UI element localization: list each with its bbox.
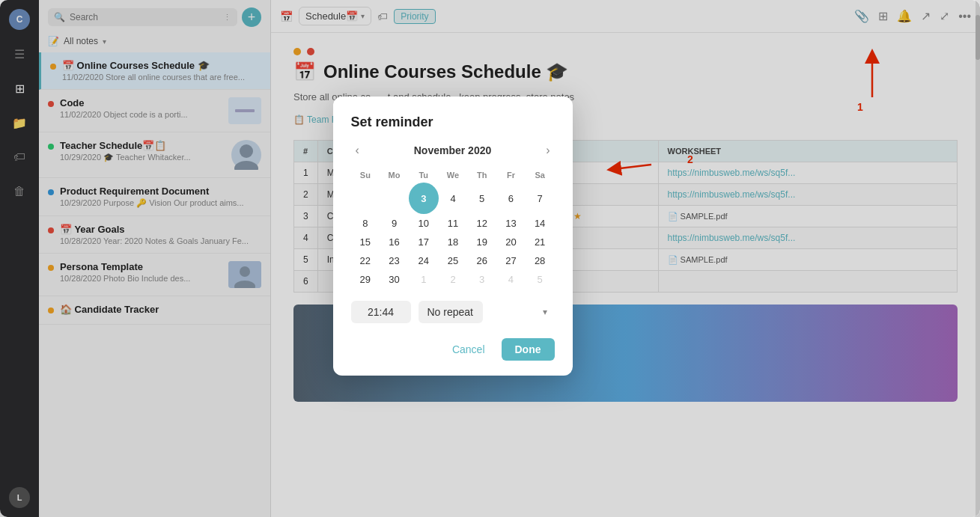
cal-day[interactable]: 20 — [496, 233, 526, 251]
cal-day[interactable]: 28 — [526, 251, 555, 270]
modal-overlay: Set reminder ‹ November 2020 › Su Mo Tu … — [0, 0, 980, 517]
cal-week: 3 4 5 6 7 — [351, 183, 555, 214]
calendar-grid: Su Mo Tu We Th Fr Sa 3 4 5 — [351, 168, 555, 289]
cal-day[interactable]: 14 — [526, 214, 555, 233]
cal-day[interactable]: 29 — [351, 270, 380, 289]
cal-day[interactable]: 5 — [467, 183, 496, 214]
modal-title: Set reminder — [351, 114, 555, 130]
cal-day[interactable]: 22 — [351, 251, 380, 270]
cal-header-we: We — [439, 168, 468, 183]
set-reminder-modal: Set reminder ‹ November 2020 › Su Mo Tu … — [333, 97, 573, 376]
cal-header-th: Th — [467, 168, 496, 183]
cal-header-tu: Tu — [409, 168, 439, 183]
cal-day[interactable]: 19 — [467, 233, 496, 251]
cal-day-other[interactable]: 3 — [467, 270, 496, 289]
cal-day[interactable]: 27 — [496, 251, 526, 270]
cal-day[interactable]: 11 — [439, 214, 468, 233]
cancel-button[interactable]: Cancel — [443, 338, 494, 361]
time-repeat-row: No repeat Daily Weekly Monthly Yearly — [351, 301, 555, 323]
cal-day-other[interactable]: 1 — [409, 270, 439, 289]
done-button[interactable]: Done — [502, 338, 555, 361]
cal-day[interactable]: 24 — [409, 251, 439, 270]
cal-day[interactable]: 7 — [526, 183, 555, 214]
cal-day[interactable]: 21 — [526, 233, 555, 251]
cal-day[interactable]: 18 — [439, 233, 468, 251]
cal-week: 8 9 10 11 12 13 14 — [351, 214, 555, 233]
cal-day[interactable]: 15 — [351, 233, 380, 251]
cal-day[interactable]: 16 — [380, 233, 409, 251]
cal-day-other[interactable]: 5 — [526, 270, 555, 289]
repeat-wrapper: No repeat Daily Weekly Monthly Yearly — [419, 301, 555, 323]
cal-day-other[interactable]: 4 — [496, 270, 526, 289]
cal-day[interactable]: 8 — [351, 214, 380, 233]
time-input[interactable] — [351, 301, 411, 323]
calendar-nav: ‹ November 2020 › — [351, 142, 555, 159]
app-window: C ☰ ⊞ 📁 🏷 🗑 L 🔍 ⋮ + 📝 All notes ▾ — [0, 0, 980, 517]
cal-day[interactable]: 23 — [380, 251, 409, 270]
cal-week: 29 30 1 2 3 4 5 — [351, 270, 555, 289]
prev-month-button[interactable]: ‹ — [351, 142, 364, 159]
cal-day[interactable]: 26 — [467, 251, 496, 270]
cal-day[interactable]: 30 — [380, 270, 409, 289]
cal-day[interactable]: 10 — [409, 214, 439, 233]
modal-actions: Cancel Done — [351, 338, 555, 361]
cal-day[interactable]: 4 — [439, 183, 468, 214]
cal-day[interactable]: 17 — [409, 233, 439, 251]
cal-day[interactable]: 13 — [496, 214, 526, 233]
repeat-select[interactable]: No repeat Daily Weekly Monthly Yearly — [419, 301, 483, 323]
cal-header-fr: Fr — [496, 168, 526, 183]
cal-week: 15 16 17 18 19 20 21 — [351, 233, 555, 251]
cal-week: 22 23 24 25 26 27 28 — [351, 251, 555, 270]
cal-day[interactable]: 25 — [439, 251, 468, 270]
calendar-month-label: November 2020 — [414, 144, 492, 156]
cal-header-sa: Sa — [526, 168, 555, 183]
cal-day[interactable] — [351, 183, 380, 214]
cal-header-mo: Mo — [380, 168, 409, 183]
cal-header-su: Su — [351, 168, 380, 183]
cal-day-selected[interactable]: 3 — [409, 183, 439, 214]
cal-day[interactable]: 6 — [496, 183, 526, 214]
cal-day-other[interactable]: 2 — [439, 270, 468, 289]
cal-day[interactable]: 9 — [380, 214, 409, 233]
cal-day[interactable]: 12 — [467, 214, 496, 233]
cal-day[interactable] — [380, 183, 409, 214]
next-month-button[interactable]: › — [541, 142, 554, 159]
